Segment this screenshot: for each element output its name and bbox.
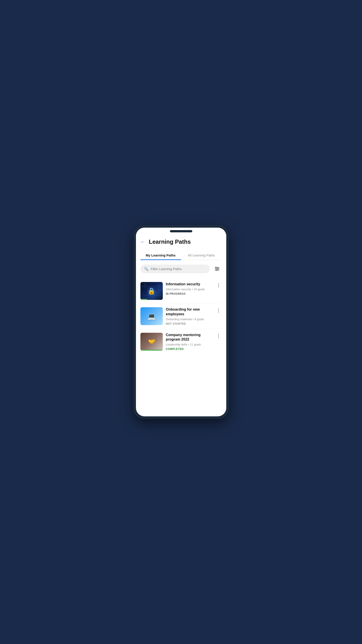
page-title: Learning Paths bbox=[149, 238, 191, 245]
item-subtitle: Onbarding materials • 8 goals bbox=[166, 318, 212, 321]
search-input[interactable] bbox=[151, 267, 206, 271]
more-menu-button[interactable]: ⋮ bbox=[215, 307, 222, 314]
item-thumbnail-security: 🔒 bbox=[140, 282, 163, 300]
tabs-container: My Learning Paths All Learning Paths bbox=[140, 251, 222, 260]
svg-point-3 bbox=[215, 267, 216, 268]
item-subtitle: Information security • 10 goals bbox=[166, 288, 212, 291]
svg-point-5 bbox=[216, 270, 217, 271]
status-badge: COMPLETED bbox=[166, 348, 212, 350]
notch-bar bbox=[136, 228, 226, 234]
more-menu-button[interactable]: ⋮ bbox=[215, 282, 222, 288]
filter-button[interactable] bbox=[212, 264, 222, 274]
progress-bar bbox=[140, 299, 147, 300]
back-button[interactable]: ← bbox=[140, 240, 145, 244]
learning-item[interactable]: 🔒 Information security Information secur… bbox=[140, 278, 222, 304]
item-info: Onboarding for new employees Onbarding m… bbox=[166, 307, 212, 325]
learning-list: 🔒 Information security Information secur… bbox=[140, 278, 222, 354]
search-row: 🔍 bbox=[140, 264, 222, 274]
item-thumbnail-mentoring: 🤝 bbox=[140, 333, 163, 350]
learning-item[interactable]: 🤝 Company mentoring program 2022 Leaders… bbox=[140, 329, 222, 354]
more-menu-button[interactable]: ⋮ bbox=[215, 333, 222, 339]
item-info: Information security Information securit… bbox=[166, 282, 212, 296]
item-title: Information security bbox=[166, 282, 212, 287]
header: ← Learning Paths bbox=[140, 238, 222, 246]
svg-point-14 bbox=[144, 284, 145, 285]
svg-point-13 bbox=[160, 295, 161, 296]
item-thumbnail-onboarding: 💻 bbox=[140, 307, 163, 325]
lock-icon: 🔒 bbox=[148, 287, 156, 295]
handshake-icon: 🤝 bbox=[148, 338, 155, 345]
phone-screen: ← Learning Paths My Learning Paths All L… bbox=[136, 228, 226, 416]
item-info: Company mentoring program 2022 Leadershi… bbox=[166, 333, 212, 351]
progress-bar bbox=[140, 350, 163, 350]
item-subtitle: Leadership skills • 11 goals bbox=[166, 343, 212, 346]
filter-icon bbox=[214, 266, 220, 272]
tab-my-learning-paths[interactable]: My Learning Paths bbox=[140, 251, 181, 260]
phone-frame: ← Learning Paths My Learning Paths All L… bbox=[134, 226, 228, 418]
tab-all-learning-paths[interactable]: All Learning Paths bbox=[181, 251, 222, 260]
search-bar[interactable]: 🔍 bbox=[140, 264, 210, 273]
svg-point-12 bbox=[142, 286, 143, 287]
search-icon: 🔍 bbox=[144, 267, 148, 271]
tablet-icon: 💻 bbox=[147, 312, 156, 320]
learning-item[interactable]: 💻 Onboarding for new employees Onbarding… bbox=[140, 304, 222, 329]
item-title: Company mentoring program 2022 bbox=[166, 333, 212, 342]
svg-point-4 bbox=[217, 268, 218, 270]
screen-content: ← Learning Paths My Learning Paths All L… bbox=[136, 234, 226, 363]
notch bbox=[170, 230, 192, 232]
item-title: Onboarding for new employees bbox=[166, 307, 212, 317]
status-badge: NOT STARTED bbox=[166, 322, 212, 325]
status-badge: IN PROGRESS bbox=[166, 292, 212, 296]
